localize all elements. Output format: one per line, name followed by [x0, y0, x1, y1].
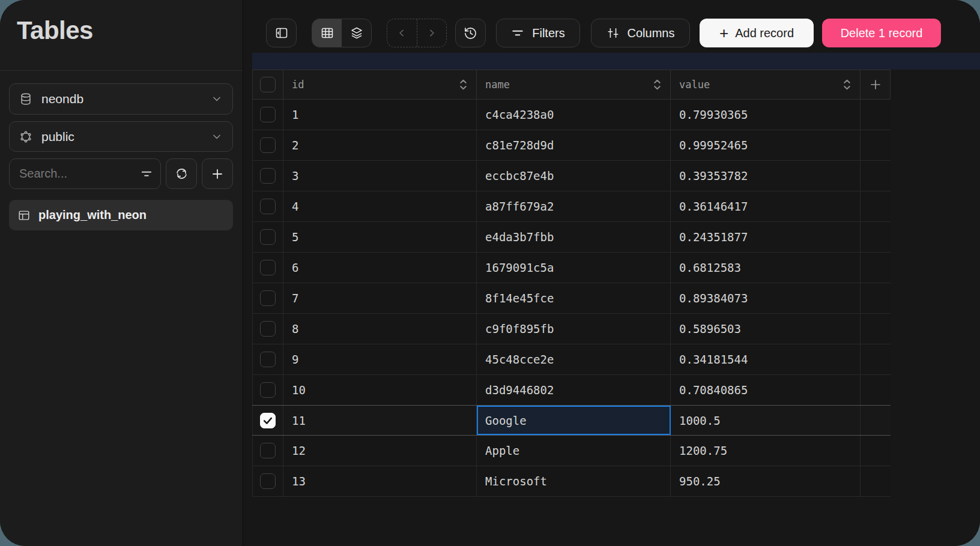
chevron-down-icon [211, 131, 223, 143]
row-checkbox[interactable] [252, 406, 283, 435]
refresh-button[interactable] [166, 158, 197, 189]
filter-lines-icon [511, 26, 524, 40]
toolbar: Filters Columns + Add record Delete 1 re… [266, 19, 941, 47]
cell-name[interactable]: 1679091c5a [477, 253, 671, 283]
row-checkbox[interactable] [252, 161, 283, 191]
cell-value[interactable]: 1000.5 [671, 406, 861, 435]
cell-value[interactable]: 0.24351877 [671, 222, 861, 252]
cell-value[interactable]: 0.79930365 [671, 100, 861, 130]
layers-view-button[interactable] [342, 19, 371, 47]
table-row: 3eccbc87e4b0.39353782 [252, 161, 891, 191]
grid-view-button[interactable] [312, 19, 342, 47]
cell-id[interactable]: 6 [283, 253, 477, 283]
table-row: 5e4da3b7fbb0.24351877 [252, 222, 891, 253]
column-header-id[interactable]: id [283, 70, 477, 99]
cell-name[interactable]: Apple [477, 436, 671, 466]
schema-select[interactable]: public [9, 121, 233, 152]
row-checkbox[interactable] [252, 436, 283, 466]
prev-page-button[interactable] [387, 19, 417, 47]
database-select[interactable]: neondb [9, 83, 233, 115]
row-checkbox[interactable] [252, 344, 283, 374]
table-row: 11Google1000.5 [252, 405, 891, 436]
cell-id[interactable]: 9 [283, 344, 477, 374]
cell-value[interactable]: 1200.75 [671, 436, 861, 466]
row-checkbox[interactable] [252, 375, 283, 405]
cell-name[interactable]: 45c48cce2e [477, 344, 671, 374]
database-icon [19, 92, 32, 106]
collapse-sidebar-button[interactable] [266, 19, 297, 47]
filters-button[interactable]: Filters [496, 19, 580, 47]
grid-icon [320, 26, 334, 40]
cell-id[interactable]: 7 [283, 283, 477, 313]
row-checkbox[interactable] [252, 100, 283, 130]
cell-id[interactable]: 11 [283, 406, 477, 435]
column-header-value[interactable]: value [671, 70, 861, 99]
cell-id[interactable]: 13 [283, 466, 477, 496]
add-record-button[interactable]: + Add record [700, 19, 814, 47]
cell-id[interactable]: 12 [283, 436, 477, 466]
cell-value[interactable]: 0.70840865 [671, 375, 861, 405]
cell-name[interactable]: Google [477, 406, 671, 435]
delete-record-label: Delete 1 record [841, 26, 923, 40]
history-icon [464, 26, 477, 40]
chevron-left-icon [396, 27, 408, 39]
sidebar-item-table[interactable]: playing_with_neon [9, 200, 233, 230]
cell-id[interactable]: 3 [283, 161, 477, 191]
row-checkbox[interactable] [252, 283, 283, 313]
chevron-down-icon [211, 93, 223, 105]
search-input[interactable] [9, 158, 161, 189]
plus-icon [210, 167, 225, 181]
next-page-button[interactable] [417, 19, 447, 47]
cell-id[interactable]: 2 [283, 130, 477, 160]
row-checkbox[interactable] [252, 191, 283, 221]
cell-value[interactable]: 0.5896503 [671, 314, 861, 344]
column-label: id [292, 79, 459, 91]
add-column-button[interactable] [861, 70, 891, 99]
cell-id[interactable]: 5 [283, 222, 477, 252]
cell-value[interactable]: 0.39353782 [671, 161, 861, 191]
cell-value[interactable]: 0.34181544 [671, 344, 861, 374]
sort-icon [459, 78, 468, 91]
cell-name[interactable]: Microsoft [477, 466, 671, 496]
cell-name[interactable]: d3d9446802 [477, 375, 671, 405]
columns-button[interactable]: Columns [591, 19, 690, 47]
cell-value[interactable]: 0.99952465 [671, 130, 861, 160]
cell-id[interactable]: 1 [283, 100, 477, 130]
row-checkbox[interactable] [252, 130, 283, 160]
cell-value[interactable]: 0.6812583 [671, 253, 861, 283]
sidebar-divider [0, 70, 243, 71]
table-row: 13Microsoft950.25 [252, 466, 891, 497]
cell-name[interactable]: 8f14e45fce [477, 283, 671, 313]
cell-name[interactable]: eccbc87e4b [477, 161, 671, 191]
table-row: 10d3d94468020.70840865 [252, 375, 891, 406]
add-table-button[interactable] [202, 158, 233, 189]
table-row: 1c4ca4238a00.79930365 [252, 100, 891, 130]
refresh-icon [175, 167, 189, 181]
header-checkbox[interactable] [252, 70, 283, 99]
data-grid: idnamevalue 1c4ca4238a00.799303652c81e72… [252, 70, 891, 497]
cell-value[interactable]: 0.89384073 [671, 283, 861, 313]
cell-name[interactable]: a87ff679a2 [477, 191, 671, 221]
cell-id[interactable]: 10 [283, 375, 477, 405]
cell-id[interactable]: 4 [283, 191, 477, 221]
sort-icon [653, 78, 662, 91]
cell-value[interactable]: 950.25 [671, 466, 861, 496]
row-checkbox[interactable] [252, 253, 283, 283]
nav-buttons [387, 19, 447, 47]
cell-name[interactable]: c81e728d9d [477, 130, 671, 160]
row-checkbox[interactable] [252, 222, 283, 252]
cell-name[interactable]: e4da3b7fbb [477, 222, 671, 252]
cell-value[interactable]: 0.36146417 [671, 191, 861, 221]
row-checkbox[interactable] [252, 314, 283, 344]
row-checkbox[interactable] [252, 466, 283, 496]
history-button[interactable] [455, 19, 486, 47]
cell-id[interactable]: 8 [283, 314, 477, 344]
cell-name[interactable]: c9f0f895fb [477, 314, 671, 344]
delete-record-button[interactable]: Delete 1 record [822, 19, 941, 47]
sidebar: Tables neondb [0, 0, 243, 546]
table-row: 78f14e45fce0.89384073 [252, 283, 891, 314]
column-header-name[interactable]: name [477, 70, 671, 99]
table-list: playing_with_neon [9, 200, 233, 230]
sort-icon [842, 78, 851, 91]
cell-name[interactable]: c4ca4238a0 [477, 100, 671, 130]
